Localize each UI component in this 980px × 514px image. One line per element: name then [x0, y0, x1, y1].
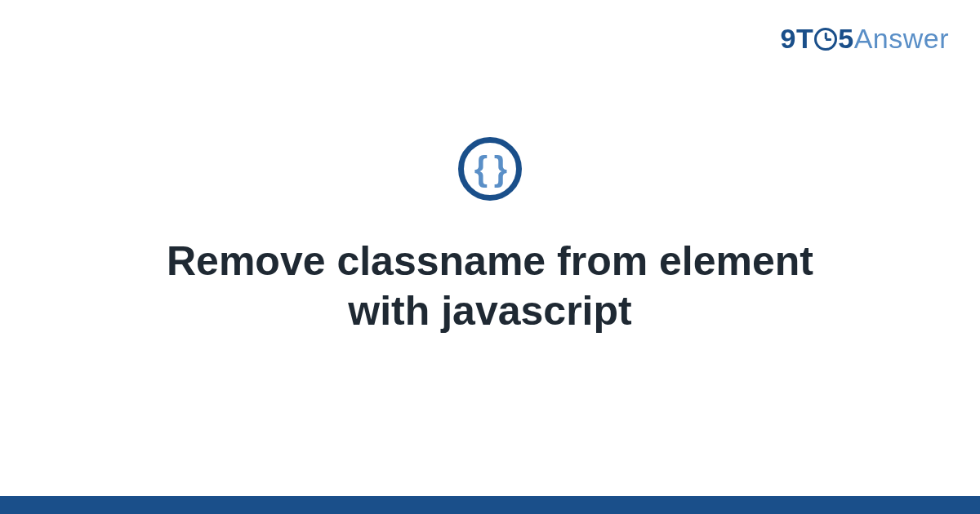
code-braces-icon: { }: [474, 152, 506, 186]
main-content: { } Remove classname from element with j…: [0, 0, 980, 514]
footer-accent-bar: [0, 496, 980, 514]
page-title: Remove classname from element with javas…: [98, 237, 882, 336]
topic-badge: { }: [458, 137, 522, 201]
